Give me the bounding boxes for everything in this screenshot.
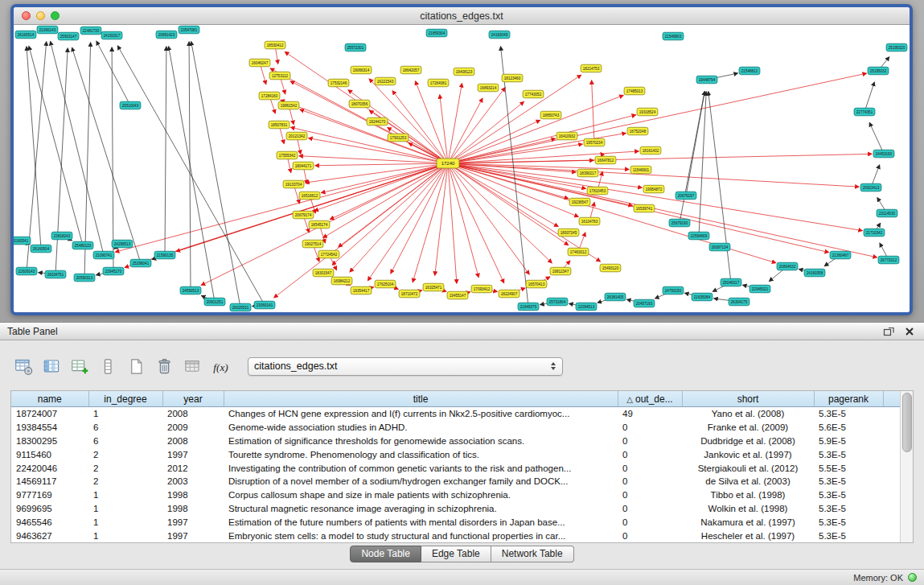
cell-title[interactable]: Estimation of the future numbers of pati… [224,515,618,529]
graph-node[interactable]: 17724542 [318,250,339,258]
column-header-in-degree[interactable]: in_degree [88,391,162,407]
cell-in-degree[interactable]: 1 [88,529,162,542]
table-row[interactable]: 946554611997Estimation of the future num… [11,515,900,529]
graph-node[interactable]: 21060143 [37,26,58,34]
graph-node[interactable]: 19448794 [696,76,717,84]
graph-node[interactable]: 19133704 [283,180,304,188]
graph-edge[interactable] [864,82,874,112]
graph-edge[interactable] [391,163,448,274]
graph-edge[interactable] [314,163,448,211]
cell-year[interactable]: 2009 [162,421,224,435]
graph-edge[interactable] [27,47,41,249]
new-table-icon[interactable] [125,356,147,377]
memory-indicator[interactable] [908,573,917,582]
graph-node[interactable]: 20923413 [860,183,881,192]
graph-edge[interactable] [448,163,859,187]
graph-node[interactable]: 24298513 [112,240,133,248]
cell-out-de[interactable]: 0 [618,421,682,435]
graph-node[interactable]: 19455147 [447,291,468,299]
tab-network-table[interactable]: Network Table [491,546,574,562]
graph-node[interactable]: 21548812 [739,67,760,75]
graph-edge[interactable] [448,163,558,227]
cell-title[interactable]: Structural magnetic resonance image aver… [224,502,618,516]
cell-short[interactable]: Stergiakouli et al. (2012) [682,461,814,475]
graph-node[interactable]: 26304175 [729,298,749,306]
graph-node[interactable]: 15493120 [600,264,621,272]
cell-short[interactable]: Wolkin et al. (1998) [682,502,814,516]
cell-name[interactable]: 9115460 [11,447,88,461]
cell-out-de[interactable]: 0 [618,488,682,502]
cell-name[interactable]: 14569117 [11,475,88,488]
cell-out-de[interactable]: 0 [618,515,682,529]
graph-edge[interactable] [368,163,448,281]
column-header-pagerank[interactable]: pagerank [814,391,883,407]
table-row[interactable]: 1830029562008Estimation of significance … [11,435,900,448]
graph-node[interactable]: 18070356 [349,100,370,108]
table-row[interactable]: 1938455462009Genome-wide association stu… [11,421,900,435]
cell-out-de[interactable]: 0 [618,461,682,475]
graph-node[interactable]: 21090741 [93,251,114,259]
graph-edge[interactable] [330,163,448,220]
graph-node[interactable]: 19318524 [637,108,658,116]
graph-node[interactable]: 18710472 [399,290,420,298]
cell-year[interactable]: 2008 [162,407,224,421]
graph-node[interactable]: 17264081 [428,79,449,87]
cell-pagerank[interactable]: 5.3E-5 [814,407,883,421]
cell-pagerank[interactable]: 5.3E-5 [814,515,883,529]
cell-year[interactable]: 1998 [162,502,224,516]
graph-edge[interactable] [708,92,731,282]
row-selector-icon[interactable] [97,356,119,377]
cell-title[interactable]: Tourette syndrome. Phenomenology and cla… [224,447,618,461]
cell-out-de[interactable]: 0 [618,502,682,516]
cell-title[interactable]: Corpus callosum shape and size in male p… [224,488,618,502]
graph-node[interactable]: 16539741 [634,204,655,212]
graph-node[interactable]: 25195320 [886,43,907,51]
graph-node[interactable]: 19354417 [351,286,372,295]
graph-node[interactable]: 20457193 [634,299,655,307]
graph-node[interactable]: 19244170 [367,117,388,126]
cell-out-de[interactable]: 0 [618,447,682,461]
cell-short[interactable]: Hescheler et al. (1997) [682,529,814,542]
graph-node[interactable]: 20590313 [74,274,95,282]
add-column-icon[interactable] [69,356,91,377]
graph-node[interactable]: 19954872 [643,185,664,193]
cell-title[interactable]: Changes of HCN gene expression and I(f) … [224,407,618,421]
graph-edge[interactable] [72,47,141,263]
graph-node[interactable]: 18161432 [640,146,661,154]
cell-year[interactable]: 1998 [162,488,224,502]
cell-pagerank[interactable]: 5.3E-5 [814,502,883,516]
graph-node[interactable]: 21710342 [864,229,885,237]
graph-node[interactable]: 22945021 [749,285,770,293]
cell-name[interactable]: 9463627 [11,529,88,542]
graph-node[interactable]: 18390217 [577,169,598,177]
graph-node[interactable]: 26160514 [15,31,36,39]
graph-node[interactable]: 19027514 [302,240,323,248]
graph-node[interactable]: 26034751 [45,270,66,278]
graph-edge[interactable] [299,156,448,163]
graph-node[interactable]: 26020531 [230,303,251,311]
graph-edge[interactable] [448,163,877,257]
graph-node[interactable]: 20160541 [14,237,31,245]
graph-node[interactable]: 26381405 [605,293,626,301]
graph-edge[interactable] [448,163,457,283]
graph-edge[interactable] [350,163,448,272]
cell-out-de[interactable]: 0 [618,435,682,448]
graph-node[interactable]: 21859304 [426,29,447,37]
cell-name[interactable]: 18724007 [11,407,88,421]
graph-edge[interactable] [592,80,594,142]
cell-name[interactable]: 9699695 [11,502,88,516]
cell-in-degree[interactable]: 1 [88,515,162,529]
graph-node[interactable]: 21635084 [692,293,713,301]
graph-node[interactable]: 17463012 [568,248,589,256]
table-row[interactable]: 2242004622012Investigating the contribut… [11,461,900,475]
graph-node[interactable]: 18850743 [540,111,561,119]
table-row[interactable]: 946362711997Embryonic stem cells: a mode… [11,529,900,542]
graph-edge[interactable] [169,47,215,302]
graph-edge[interactable] [448,84,462,163]
graph-node[interactable]: 26772012 [878,256,899,264]
graph-node[interactable]: 17284160 [259,92,280,100]
graph-node[interactable]: 20891423 [156,31,177,39]
graph-node[interactable]: 16410932 [556,132,577,140]
cell-out-de[interactable]: 0 [618,475,682,488]
cell-in-degree[interactable]: 6 [88,421,162,435]
